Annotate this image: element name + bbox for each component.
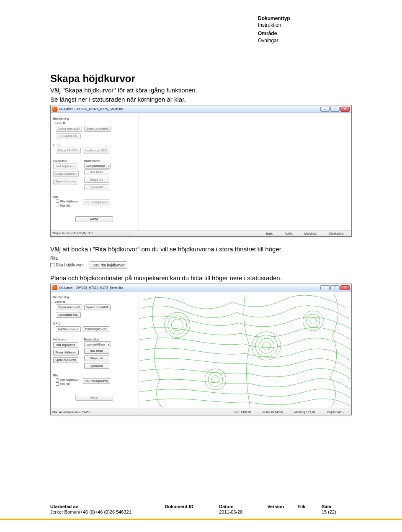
group-rasterbilder: Rasterbilder (84, 159, 111, 162)
omrade-label: Område (258, 30, 290, 37)
footer-sida: 15 (22) (322, 509, 352, 514)
statusbar-2: Klar! Antal höjdkurvor: 99451 East: 6181… (51, 409, 351, 415)
svg-point-0 (171, 319, 183, 331)
footer-author: Jerker Boman/+46 (0)+46 (0)26 546321 (50, 509, 165, 514)
create-image-button[interactable]: Skapa bild (84, 356, 109, 361)
cancel-button[interactable]: Avbryt (75, 216, 113, 222)
save-contours-button[interactable]: Spara höjdkurvor (53, 357, 78, 363)
save-image-button[interactable]: Spara bild (84, 184, 109, 190)
status-markhojd-2: Markhöjd: 22,82 (294, 411, 315, 414)
save-laserdata-button[interactable]: Spara Laserdatafil (84, 126, 111, 132)
map-canvas-contours[interactable] (139, 292, 351, 409)
snippet-group-rita: Rita (50, 256, 147, 261)
grid-settings-button[interactable]: Inställningar GRID (83, 148, 109, 153)
section-p1: Välj "Skapa höjdkurvor" för att köra igå… (50, 86, 352, 95)
status-left-2: Klar! Antal höjdkurvor: 99451 (52, 411, 90, 414)
group-rasterbilder: Rasterbilder (84, 338, 111, 341)
window-title: OL Laser - 09P002_67325_6175_Salen.las (59, 107, 320, 111)
create-image-button[interactable]: Skapa bild (84, 177, 109, 183)
contour-settings-button[interactable]: Inst. höjdkurvor (53, 342, 78, 348)
cancel-button-disabled: Avbryt (75, 395, 113, 401)
section-p2: Se längst ner i statusraden när körninge… (50, 95, 352, 104)
open-laserdata-button[interactable]: Öppna laserdatafil (56, 304, 82, 310)
footer-h-utarbetad: Utarbetad av (50, 504, 165, 509)
image-settings-button[interactable]: Inst. bilder (84, 348, 109, 354)
app-icon (52, 107, 57, 112)
screenshot-window-2: OL Laser - 09P002_67325_6175_Salen.las –… (50, 284, 352, 415)
document-header: Dokumenttyp Instruktion Område Övningar (258, 15, 290, 44)
map-canvas-empty (139, 113, 351, 230)
laserdata-info-button[interactable]: Laserdatafil info. (56, 312, 81, 318)
window-title-2: OL Laser - 09P002_67325_6175_Salen.las (59, 286, 320, 289)
laserpointclass-select[interactable]: Laserpunktklass (84, 341, 111, 347)
svg-point-8 (307, 314, 320, 327)
svg-point-10 (211, 376, 219, 383)
status-left: Skapar kurvor (10,1-38,0): 12m (52, 232, 132, 235)
status-north: North: (285, 232, 293, 235)
footer-h-flik: Flik (297, 504, 322, 509)
omrade-value: Övningar (258, 37, 290, 44)
contour-settings-button[interactable]: Inst. höjdkurvor (53, 164, 78, 169)
laserdata-info-button[interactable]: Laserdatafil info. (56, 133, 81, 139)
status-objekthojd-2: Objekthöjd: - (327, 411, 344, 414)
dokumenttyp-label: Dokumenttyp (258, 15, 290, 22)
create-grid-button[interactable]: Skapa GRID/TIN (56, 148, 81, 153)
create-contours-button[interactable]: Skapa höjdkurvor (53, 171, 79, 177)
svg-point-11 (208, 372, 222, 386)
footer-datum: 2011-06-28 (219, 509, 267, 514)
svg-point-6 (252, 332, 281, 360)
app-icon (52, 285, 57, 290)
maximize-button[interactable]: ▢ (330, 107, 340, 112)
draw-contour-settings-button[interactable]: Inst. rita höjdkurvor (83, 200, 110, 205)
image-settings-button[interactable]: Inst. bilder (84, 169, 109, 175)
footer-h-sida: Sida (322, 504, 352, 509)
rita-snippet: Rita Rita höjdkurvor Inst. rita höjdkurv… (50, 256, 147, 270)
minimize-button[interactable]: – (320, 285, 330, 290)
svg-point-2 (165, 312, 190, 338)
window-titlebar: OL Laser - 09P002_67325_6175_Salen.las –… (51, 105, 351, 113)
draw-contours-checkbox-checked[interactable]: ✓Rita höjdkurvor (56, 378, 79, 381)
group-rita: Rita (53, 374, 136, 377)
svg-point-4 (259, 338, 274, 353)
snippet-draw-contour-settings-button[interactable]: Inst. rita höjdkurvor (90, 261, 127, 269)
save-laserdata-button[interactable]: Spara Laserdatafil (84, 304, 111, 310)
save-image-button[interactable]: Spara bild (84, 363, 109, 369)
snippet-draw-contours-checkbox[interactable]: Rita höjdkurvor (50, 263, 84, 267)
minimize-button[interactable]: – (320, 107, 330, 112)
group-laserfil: Laser fil (55, 300, 136, 303)
status-east: East: (266, 232, 273, 235)
footer-h-datum: Datum (219, 504, 267, 509)
footer-rule (0, 519, 402, 520)
footer-h-dokumentid: Dokument-ID (165, 504, 219, 509)
maximize-button[interactable]: ▢ (330, 285, 340, 290)
svg-point-3 (262, 342, 271, 350)
sidebar-panel-2: Bearbetning Laser fil Öppna laserdatafil… (51, 292, 139, 409)
draw-image-checkbox[interactable]: Rita bild (56, 382, 79, 386)
group-laserfil: Laser fil (55, 122, 136, 125)
grid-settings-button[interactable]: Inställningar GRID (83, 326, 109, 332)
save-contours-button[interactable]: Spara höjdkurvor (53, 179, 78, 184)
group-rita: Rita (53, 195, 136, 198)
statusbar-1: Skapar kurvor (10,1-38,0): 12m East: Nor… (51, 230, 351, 236)
draw-contour-settings-button[interactable]: Inst. rita höjdkurvor (83, 378, 110, 384)
svg-point-12 (205, 369, 226, 390)
group-bearbetning: Bearbetning (53, 296, 136, 299)
create-contours-button[interactable]: Skapa höjdkurvor (53, 350, 79, 356)
svg-point-1 (168, 316, 187, 334)
group-grid: GRID (53, 143, 136, 146)
status-markhojd: Markhöjd: (304, 232, 317, 235)
section-p4: Plana och höjdkoordinater på muspekaren … (50, 274, 352, 282)
close-button[interactable]: ✕ (340, 107, 350, 112)
open-laserdata-button[interactable]: Öppna laserdatafil (56, 126, 82, 132)
svg-point-7 (310, 317, 317, 324)
laserpointclass-select[interactable]: Laserpunktklass (84, 163, 111, 169)
create-grid-button[interactable]: Skapa GRID/TIN (56, 326, 81, 332)
draw-image-checkbox[interactable]: Rita bild (56, 204, 79, 207)
page-footer: Utarbetad av Dokument-ID Datum Version F… (50, 504, 352, 514)
group-hojdkurvor: Höjdkurvor (53, 159, 80, 162)
status-east-2: East: 618130 (234, 411, 251, 414)
section-title: Skapa höjdkurvor (50, 73, 352, 84)
draw-contours-checkbox[interactable]: Rita höjdkurvor (56, 200, 79, 203)
close-button[interactable]: ✕ (340, 285, 350, 290)
dokumenttyp-value: Instruktion (258, 22, 290, 28)
